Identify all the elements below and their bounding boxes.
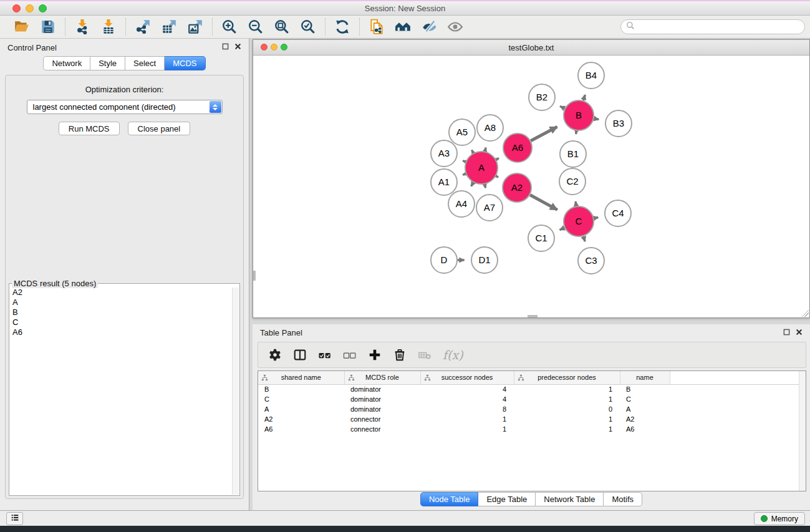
select-all-button[interactable]: [318, 348, 332, 362]
column-header-predecessor-nodes[interactable]: predecessor nodes: [514, 371, 620, 384]
zoom-out-button[interactable]: [246, 17, 265, 36]
export-table-button[interactable]: [160, 17, 178, 36]
graph-node-D1[interactable]: D1: [471, 247, 498, 273]
tab-node-table[interactable]: Node Table: [420, 492, 479, 506]
graph-node-B2[interactable]: B2: [529, 84, 555, 110]
table-row[interactable]: Cdominator41C: [258, 394, 806, 404]
graph-edge-A-A8[interactable]: [485, 148, 486, 152]
column-header-MCDS-role[interactable]: MCDS role: [344, 371, 420, 384]
graph-edge-A-A6[interactable]: [496, 158, 499, 160]
tab-mcds[interactable]: MCDS: [165, 56, 205, 70]
memory-button[interactable]: Memory: [754, 512, 805, 525]
table-row[interactable]: Bdominator41B: [258, 384, 806, 394]
graph-edge-A-A7[interactable]: [485, 184, 485, 188]
graph-node-C[interactable]: C: [564, 206, 594, 236]
column-header-shared-name[interactable]: shared name: [258, 371, 344, 384]
export-image-button[interactable]: [186, 17, 205, 36]
column-header-successor-nodes[interactable]: successor nodes: [420, 371, 514, 384]
graph-edge-B-B1[interactable]: [576, 131, 577, 134]
graph-node-B3[interactable]: B3: [605, 110, 632, 137]
graph-edge-C-C1[interactable]: [560, 228, 565, 230]
graph-node-A[interactable]: A: [465, 152, 498, 184]
graph-edge-C-C4[interactable]: [594, 218, 598, 218]
tab-network[interactable]: Network: [43, 56, 90, 70]
result-item[interactable]: A: [10, 297, 231, 307]
zoom-in-button[interactable]: [220, 17, 239, 36]
canvas-hscroll-thumb[interactable]: [528, 315, 538, 317]
graph-node-A8[interactable]: A8: [477, 115, 503, 141]
network-canvas[interactable]: B4B2BB3A8A5A6A3B1AC2A1A2A4A7C4CC1C3DD1: [253, 56, 809, 317]
table-scrollbar[interactable]: [799, 371, 806, 491]
table-row[interactable]: Adominator80A: [258, 404, 806, 414]
graph-edge-C-C3[interactable]: [584, 236, 586, 241]
result-item[interactable]: A2: [10, 288, 231, 297]
result-item[interactable]: A6: [10, 327, 231, 337]
float-panel-icon[interactable]: [783, 329, 790, 336]
graph-node-A7[interactable]: A7: [476, 195, 503, 221]
float-panel-icon[interactable]: [222, 43, 229, 50]
split-columns-button[interactable]: [293, 348, 307, 362]
tab-style[interactable]: Style: [90, 56, 125, 70]
table-row[interactable]: A6connector11A6: [258, 424, 806, 434]
task-history-button[interactable]: [6, 512, 23, 525]
search-field[interactable]: [620, 19, 805, 34]
first-neighbors-button[interactable]: [393, 17, 412, 36]
canvas-vscroll-thumb[interactable]: [253, 271, 256, 281]
graph-edge-A-A3[interactable]: [463, 161, 466, 162]
result-item[interactable]: B: [10, 307, 231, 317]
search-input[interactable]: [638, 21, 799, 32]
graph-node-A1[interactable]: A1: [431, 169, 457, 195]
export-network-button[interactable]: [133, 17, 152, 36]
graph-edge-B-B2[interactable]: [560, 106, 564, 109]
hide-selected-button[interactable]: [420, 17, 438, 36]
import-network-button[interactable]: [73, 17, 92, 36]
tab-motifs[interactable]: Motifs: [604, 492, 642, 506]
add-column-button[interactable]: [368, 348, 382, 362]
graph-node-B4[interactable]: B4: [578, 62, 604, 89]
graph-node-B1[interactable]: B1: [560, 141, 586, 167]
graph-node-B[interactable]: B: [564, 100, 594, 130]
graph-node-C4[interactable]: C4: [605, 200, 631, 226]
graph-node-A2[interactable]: A2: [503, 173, 531, 202]
graph-node-C3[interactable]: C3: [578, 248, 604, 274]
new-network-from-selection-button[interactable]: [367, 17, 386, 36]
tab-edge-table[interactable]: Edge Table: [478, 492, 536, 506]
graph-edge-A-A5[interactable]: [471, 150, 473, 153]
tab-select[interactable]: Select: [125, 56, 165, 70]
window-resize-grip[interactable]: [801, 309, 809, 317]
graph-edge-A2-C[interactable]: [530, 195, 557, 210]
graph-edge-A-A4[interactable]: [471, 183, 473, 186]
delete-column-button[interactable]: [393, 348, 407, 362]
settings-button[interactable]: [268, 348, 282, 362]
result-item[interactable]: C: [10, 317, 231, 327]
graph-edge-A-A1[interactable]: [463, 174, 466, 175]
graph-node-C1[interactable]: C1: [528, 225, 554, 251]
graph-edge-A6-B[interactable]: [531, 127, 557, 140]
result-scrollbar[interactable]: [232, 288, 239, 495]
graph-edge-B-B4[interactable]: [583, 95, 585, 100]
zoom-fit-button[interactable]: [272, 17, 291, 36]
graph-node-D[interactable]: D: [431, 247, 457, 273]
graph-node-A4[interactable]: A4: [448, 191, 475, 217]
show-all-button[interactable]: [446, 17, 465, 36]
graph-edge-B-B3[interactable]: [594, 118, 599, 120]
deselect-all-button[interactable]: [343, 348, 357, 362]
graph-edge-A-A2[interactable]: [496, 176, 498, 177]
zoom-selected-button[interactable]: [299, 17, 317, 36]
close-panel-icon[interactable]: [234, 43, 241, 50]
save-session-button[interactable]: [39, 17, 57, 36]
run-mcds-button[interactable]: Run MCDS: [59, 122, 120, 135]
graph-node-C2[interactable]: C2: [559, 168, 586, 195]
tab-network-table[interactable]: Network Table: [536, 492, 604, 506]
close-panel-button[interactable]: Close panel: [128, 122, 191, 135]
close-panel-icon[interactable]: [796, 329, 803, 336]
graph-node-A5[interactable]: A5: [449, 119, 475, 145]
refresh-button[interactable]: [333, 17, 352, 36]
graph-node-A3[interactable]: A3: [431, 140, 457, 167]
table-row[interactable]: A2connector11A2: [258, 414, 806, 424]
import-table-button[interactable]: [99, 17, 118, 36]
graph-edge-C-C2[interactable]: [576, 201, 576, 206]
open-file-button[interactable]: [12, 17, 31, 36]
column-header-name[interactable]: name: [620, 371, 670, 384]
graph-node-A6[interactable]: A6: [503, 133, 532, 162]
